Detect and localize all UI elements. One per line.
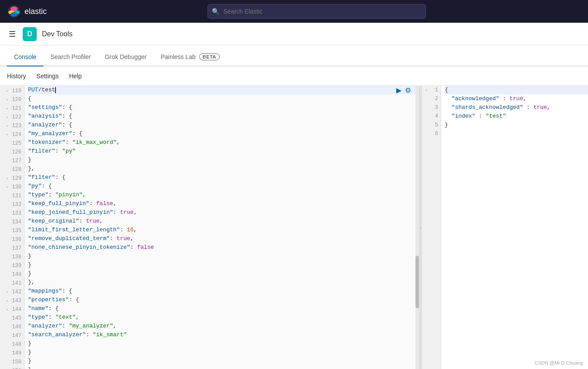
- line-num-row: 137: [0, 244, 24, 253]
- fold-icon[interactable]: ▾: [6, 115, 8, 120]
- line-numbers: ▾119▾120▾121▾122▾123▾124125126127128▾129…: [0, 86, 24, 369]
- line-num-row: ▾119: [0, 87, 24, 95]
- line-number: 144: [9, 306, 21, 313]
- output-panel: ▾123456 { "acknowledged" : true, "shards…: [422, 86, 588, 369]
- line-num-row: 149: [0, 349, 24, 358]
- code-line: },: [28, 164, 415, 173]
- code-line: }: [28, 366, 415, 369]
- line-num-row: 131: [0, 191, 24, 200]
- tab-painless-lab[interactable]: Painless Lab BETA: [154, 48, 227, 66]
- fold-icon[interactable]: ▾: [6, 299, 8, 303]
- line-number: 129: [9, 175, 21, 181]
- action-buttons: ▶ ⚙: [395, 86, 412, 94]
- fold-icon[interactable]: ▾: [6, 106, 8, 111]
- sub-menu-help[interactable]: Help: [69, 71, 82, 81]
- line-number: 122: [9, 114, 21, 120]
- line-number: 121: [9, 105, 21, 111]
- app-icon: D: [23, 27, 37, 41]
- line-number: 136: [9, 237, 21, 243]
- code-line: "py": {: [28, 182, 415, 191]
- tab-grok-debugger[interactable]: Grok Debugger: [98, 48, 154, 66]
- line-number: 134: [9, 219, 21, 225]
- output-line-num-row: 3: [422, 103, 441, 112]
- output-code-line: {: [445, 86, 588, 94]
- code-line: PUT /test ▶ ⚙: [28, 86, 415, 94]
- editor-scrollbar-thumb[interactable]: [415, 256, 419, 308]
- line-number: 124: [9, 132, 21, 138]
- hamburger-button[interactable]: ☰: [7, 28, 17, 41]
- line-num-row: 140: [0, 270, 24, 279]
- fold-icon[interactable]: ▾: [6, 290, 8, 295]
- code-line: "keep_full_pinyin": false,: [28, 199, 415, 208]
- top-navbar: elastic 🔍: [0, 0, 588, 23]
- tab-search-profiler[interactable]: Search Profiler: [43, 48, 98, 66]
- line-number: 130: [9, 184, 21, 190]
- code-line: "settings": {: [28, 103, 415, 112]
- code-line: "type": "pinyin",: [28, 191, 415, 199]
- output-content: { "acknowledged" : true, "shards_acknowl…: [441, 86, 588, 369]
- copy-as-curl-button[interactable]: ⚙: [404, 86, 412, 94]
- code-content[interactable]: PUT /test ▶ ⚙ { "settings": { "analysis"…: [24, 86, 415, 369]
- sub-menu-settings[interactable]: Settings: [37, 71, 59, 81]
- line-num-row: ▾143: [0, 296, 24, 305]
- fold-icon[interactable]: ▾: [6, 176, 8, 181]
- output-line-num-row: ▾1: [422, 86, 441, 94]
- line-num-row: 127: [0, 157, 24, 165]
- line-number: 119: [9, 88, 21, 94]
- code-line: "properties": {: [28, 296, 415, 304]
- code-line: "tokenizer": "ik_max_word",: [28, 138, 415, 147]
- line-num-row: 148: [0, 340, 24, 349]
- line-number: 120: [9, 97, 21, 103]
- svg-point-1: [10, 7, 17, 11]
- app-header: ☰ D Dev Tools: [0, 23, 588, 45]
- fold-icon[interactable]: ▾: [6, 89, 8, 94]
- editor-scrollbar[interactable]: [415, 86, 419, 369]
- sub-menu-history[interactable]: History: [7, 71, 26, 81]
- line-number: 137: [9, 245, 21, 251]
- code-line: }: [28, 156, 415, 164]
- code-line: "search_analyzer": "ik_smart": [28, 331, 415, 339]
- fold-icon[interactable]: ▾: [6, 185, 8, 190]
- tab-console[interactable]: Console: [7, 48, 43, 66]
- fold-icon[interactable]: ▾: [6, 124, 8, 129]
- line-num-row: 147: [0, 331, 24, 340]
- line-number: 150: [9, 359, 21, 365]
- line-num-row: ▾124: [0, 130, 24, 139]
- line-number: 148: [9, 341, 21, 348]
- output-fold-icon[interactable]: ▾: [425, 88, 428, 93]
- output-code-line: "acknowledged" : true,: [445, 94, 588, 103]
- code-line: }: [28, 261, 415, 269]
- sub-menu-bar: History Settings Help: [0, 66, 588, 86]
- line-number: 128: [9, 167, 21, 173]
- output-line-num-row: 6: [422, 129, 441, 138]
- output-code-line: }: [445, 121, 588, 129]
- output-code-line: "shards_acknowledged" : true,: [445, 103, 588, 112]
- line-num-row: 145: [0, 314, 24, 323]
- elastic-logo-container[interactable]: elastic: [7, 4, 47, 18]
- svg-point-4: [10, 12, 17, 17]
- output-line-num-row: 2: [422, 94, 441, 103]
- fold-icon[interactable]: ▾: [6, 132, 8, 137]
- line-num-row: 138: [0, 253, 24, 261]
- global-search-input[interactable]: [208, 4, 426, 19]
- line-num-row: 125: [0, 139, 24, 148]
- run-button[interactable]: ▶: [395, 86, 402, 94]
- line-number: 147: [9, 333, 21, 339]
- fold-icon[interactable]: ▾: [6, 307, 8, 312]
- output-line-number: 5: [429, 122, 438, 128]
- code-line: "limit_first_letter_length": 16,: [28, 226, 415, 234]
- line-number: 140: [9, 272, 21, 278]
- line-num-row: ▾122: [0, 113, 24, 122]
- elastic-logo-icon: [7, 4, 21, 18]
- code-line: }: [28, 269, 415, 278]
- line-num-row: 151: [0, 366, 24, 369]
- fold-icon[interactable]: ▾: [6, 97, 8, 102]
- code-line: "remove_duplicated_term": true,: [28, 234, 415, 243]
- code-editor[interactable]: ▾119▾120▾121▾122▾123▾124125126127128▾129…: [0, 86, 419, 369]
- code-line: "keep_original": true,: [28, 217, 415, 226]
- output-line-number: 1: [429, 87, 438, 93]
- output-line-number: 6: [429, 131, 438, 137]
- code-line: }: [28, 252, 415, 261]
- code-line: "analyzer": {: [28, 121, 415, 129]
- output-line-number: 4: [429, 113, 438, 119]
